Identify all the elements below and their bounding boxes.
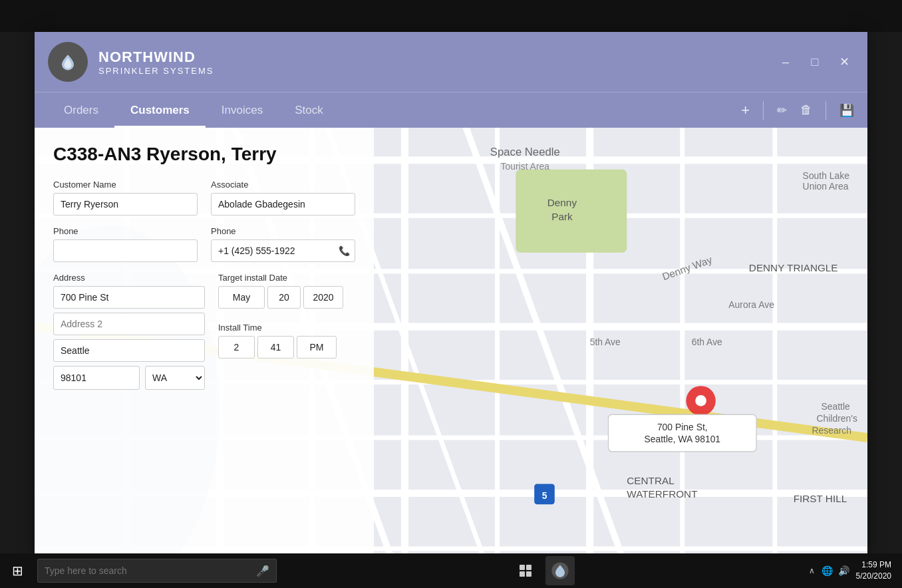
- svg-rect-51: [520, 571, 525, 577]
- phone-right-col: Phone 📞: [211, 226, 355, 262]
- clock-time: 1:59 PM: [856, 559, 891, 571]
- phone-right-label: Phone: [211, 226, 355, 236]
- app-window: NORTHWIND SPRINKLER SYSTEMS – □ ✕ Orders…: [35, 32, 867, 553]
- svg-text:CENTRAL: CENTRAL: [627, 475, 674, 486]
- city-input[interactable]: [53, 339, 205, 362]
- associate-col: Associate: [211, 180, 355, 216]
- nav-divider-1: [763, 101, 764, 120]
- add-button[interactable]: +: [741, 102, 750, 119]
- nav-bar: Orders Customers Invoices Stock + ✏ 🗑 💾: [35, 92, 867, 128]
- tab-invoices[interactable]: Invoices: [206, 92, 279, 128]
- tab-stock[interactable]: Stock: [279, 92, 339, 128]
- tab-customers[interactable]: Customers: [114, 92, 206, 128]
- svg-text:Tourist Area: Tourist Area: [501, 161, 550, 172]
- customer-name-label: Customer Name: [53, 180, 198, 190]
- volume-icon: 🔊: [838, 565, 849, 576]
- app-sub-title: SPRINKLER SYSTEMS: [98, 66, 214, 76]
- svg-text:Aurora Ave: Aurora Ave: [728, 299, 774, 310]
- associate-input[interactable]: [211, 193, 355, 216]
- search-bar[interactable]: 🎤: [37, 559, 277, 583]
- title-bar-left: NORTHWIND SPRINKLER SYSTEMS: [48, 42, 214, 82]
- svg-text:700 Pine St,: 700 Pine St,: [657, 422, 708, 432]
- address-stack: WA ALAKAZAR CACOCTDE FLGAHIID ILINIAKS K…: [53, 286, 205, 390]
- system-tray-expand[interactable]: ∧: [809, 566, 815, 575]
- svg-text:5th Ave: 5th Ave: [590, 337, 621, 347]
- install-ampm-input[interactable]: [297, 336, 337, 359]
- form-row-2: Phone Phone 📞: [53, 226, 355, 262]
- svg-text:Union Area: Union Area: [803, 181, 849, 192]
- svg-rect-52: [526, 571, 531, 577]
- form-row-1: Customer Name Associate: [53, 180, 355, 216]
- svg-text:Children's: Children's: [816, 413, 857, 424]
- svg-text:Space Needle: Space Needle: [490, 146, 560, 158]
- nav-tabs: Orders Customers Invoices Stock: [48, 92, 339, 128]
- close-button[interactable]: ✕: [834, 52, 854, 72]
- nav-divider-2: [826, 101, 826, 120]
- minimize-button[interactable]: –: [776, 52, 796, 72]
- search-input[interactable]: [45, 565, 251, 576]
- install-year-input[interactable]: [303, 286, 343, 309]
- record-title: C338-AN3 Ryerson, Terry: [53, 144, 355, 165]
- maximize-button[interactable]: □: [805, 52, 825, 72]
- install-month-input[interactable]: [218, 286, 265, 309]
- network-icon: 🌐: [822, 565, 833, 576]
- app-title: NORTHWIND SPRINKLER SYSTEMS: [98, 49, 214, 76]
- taskbar-clock[interactable]: 1:59 PM 5/20/2020: [856, 559, 891, 582]
- svg-text:6th Ave: 6th Ave: [692, 337, 722, 347]
- title-bar: NORTHWIND SPRINKLER SYSTEMS – □ ✕: [35, 32, 867, 92]
- system-icons: 🌐 🔊: [822, 565, 849, 576]
- microphone-icon[interactable]: 🎤: [256, 565, 269, 577]
- window-controls: – □ ✕: [776, 52, 854, 72]
- install-hour-input[interactable]: [218, 336, 255, 359]
- target-install-label: Target install Date: [218, 273, 355, 283]
- delete-button[interactable]: 🗑: [800, 103, 812, 117]
- phone-left-label: Phone: [53, 226, 198, 236]
- install-time-label: Install Time: [218, 323, 355, 333]
- svg-text:Research: Research: [812, 426, 852, 436]
- content-area: Denny Park 5 700 Pine St, Seattle, WA 98…: [35, 128, 867, 553]
- associate-label: Associate: [211, 180, 355, 190]
- form-overlay: C338-AN3 Ryerson, Terry Customer Name As…: [35, 128, 374, 553]
- windows-icon: ⊞: [12, 563, 23, 579]
- time-row: [218, 336, 355, 359]
- taskbar: ⊞ 🎤 ∧ 🌐 🔊 1:59 PM 5/20/20: [0, 553, 902, 588]
- svg-text:WATERFRONT: WATERFRONT: [627, 488, 697, 500]
- taskview-button[interactable]: [511, 556, 540, 585]
- svg-text:Denny: Denny: [547, 197, 577, 208]
- northwind-taskbar-btn[interactable]: [545, 556, 575, 585]
- start-button[interactable]: ⊞: [0, 553, 35, 588]
- customer-name-col: Customer Name: [53, 180, 198, 216]
- state-select[interactable]: WA ALAKAZAR CACOCTDE FLGAHIID ILINIAKS K…: [145, 366, 205, 390]
- svg-text:Seattle, WA 98101: Seattle, WA 98101: [644, 434, 720, 444]
- edit-button[interactable]: ✏: [777, 103, 787, 118]
- install-minute-input[interactable]: [257, 336, 294, 359]
- svg-text:Park: Park: [551, 211, 573, 222]
- taskbar-right: ∧ 🌐 🔊 1:59 PM 5/20/2020: [809, 559, 902, 582]
- address-col: Address WA ALAKAZAR CACOCTDE FLGAHIID: [53, 273, 205, 390]
- phone-right-input[interactable]: [211, 239, 355, 262]
- address2-input[interactable]: [53, 313, 205, 335]
- svg-text:FIRST HILL: FIRST HILL: [794, 493, 847, 504]
- phone-left-col: Phone: [53, 226, 198, 262]
- zip-input[interactable]: [53, 366, 140, 390]
- form-row-3: Address WA ALAKAZAR CACOCTDE FLGAHIID: [53, 273, 355, 390]
- customer-name-input[interactable]: [53, 193, 198, 216]
- clock-date: 5/20/2020: [856, 571, 891, 582]
- address-input[interactable]: [53, 286, 205, 309]
- install-col: Target install Date Install Time: [218, 273, 355, 390]
- nav-actions: + ✏ 🗑 💾: [741, 101, 854, 120]
- save-button[interactable]: 💾: [839, 103, 854, 118]
- svg-text:South Lake: South Lake: [803, 170, 850, 181]
- taskbar-middle: [277, 556, 809, 585]
- svg-text:5: 5: [542, 490, 547, 501]
- top-bar: [0, 0, 902, 32]
- app-main-title: NORTHWIND: [98, 49, 214, 66]
- svg-text:DENNY TRIANGLE: DENNY TRIANGLE: [749, 262, 838, 273]
- address-label: Address: [53, 273, 205, 283]
- phone-left-input[interactable]: [53, 239, 198, 262]
- svg-point-29: [695, 395, 706, 406]
- zip-state-row: WA ALAKAZAR CACOCTDE FLGAHIID ILINIAKS K…: [53, 366, 205, 390]
- tab-orders[interactable]: Orders: [48, 92, 114, 128]
- install-day-input[interactable]: [267, 286, 301, 309]
- phone-icon: 📞: [339, 245, 350, 256]
